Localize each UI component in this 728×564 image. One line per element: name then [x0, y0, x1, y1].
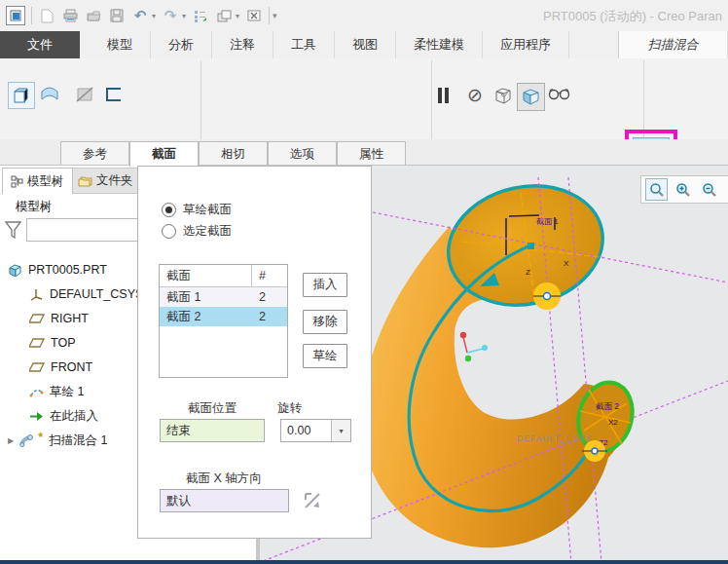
- table-row-section1[interactable]: 截面 1 2: [160, 287, 287, 307]
- tab-options[interactable]: 选项: [268, 141, 337, 165]
- radio-label: 选定截面: [183, 223, 232, 240]
- expander-icon[interactable]: ▶: [8, 436, 14, 445]
- radio-sketch-section[interactable]: 草绘截面: [162, 202, 232, 218]
- no-preview-icon[interactable]: ⊘: [467, 84, 483, 106]
- ribbon-tab-view[interactable]: 视图: [335, 31, 396, 58]
- new-file-icon[interactable]: [38, 7, 55, 24]
- tab-tangency[interactable]: 相切: [199, 141, 268, 165]
- pause-icon[interactable]: [438, 88, 449, 103]
- cell-section-name: 截面 1: [160, 287, 252, 307]
- trajectory-start-point: [528, 243, 534, 249]
- zoom-out-button[interactable]: [698, 178, 720, 201]
- cell-section-count: 2: [252, 307, 287, 326]
- tree-item-front-plane[interactable]: FRONT: [29, 357, 92, 378]
- creo-window: ↶ ▾ ↷ ▾ ▾ ▾ PRT0005 (活动的) - Creo Paran 文…: [0, 0, 728, 564]
- graphics-toolbar: [640, 175, 728, 204]
- model-tree-header: 模型树: [16, 199, 53, 215]
- col-header-section[interactable]: 截面: [160, 265, 252, 286]
- surface-option-button[interactable]: [37, 82, 62, 107]
- redo-caret-icon[interactable]: ▾: [182, 12, 186, 20]
- radio-selected-section[interactable]: 选定截面: [162, 223, 232, 240]
- table-row-section2-selected[interactable]: 截面 2 2: [160, 307, 287, 326]
- zoom-fit-button[interactable]: [645, 178, 668, 201]
- separator: [269, 7, 270, 24]
- col-header-count[interactable]: #: [252, 265, 287, 286]
- ribbon-tab-flexible-modeling[interactable]: 柔性建模: [396, 31, 483, 58]
- ribbon-tab-bar: 文件 模型 分析 注释 工具 视图 柔性建模 应用程序 扫描混合: [0, 31, 728, 58]
- verify-glasses-icon[interactable]: [548, 87, 571, 100]
- tree-item-insert-here[interactable]: 在此插入: [29, 405, 98, 427]
- solid-option-button[interactable]: [8, 82, 35, 109]
- ribbon-tab-tools[interactable]: 工具: [273, 31, 335, 58]
- rotation-value[interactable]: 0.00: [287, 421, 310, 441]
- redo-icon[interactable]: ↷: [162, 7, 179, 24]
- tab-references[interactable]: 参考: [60, 141, 129, 165]
- open-file-icon[interactable]: [85, 7, 102, 24]
- tree-item-label: 扫描混合 1: [49, 432, 107, 449]
- sections-table: 截面 # 截面 1 2 截面 2 2: [159, 264, 288, 378]
- window-caret-icon[interactable]: ▾: [236, 12, 239, 20]
- app-window-icon[interactable]: [6, 6, 25, 25]
- radio-on-icon: [162, 203, 176, 217]
- regenerate-icon[interactable]: [192, 7, 209, 24]
- window-manager-icon[interactable]: [215, 7, 233, 24]
- section-position-label: 截面位置: [188, 400, 237, 417]
- undo-icon[interactable]: ↶: [131, 7, 149, 24]
- remove-material-button-disabled: [72, 82, 97, 107]
- csys-label: DEFAULT_CSYS: [517, 433, 593, 443]
- tree-item-sketch1[interactable]: 草绘 1: [29, 381, 84, 402]
- table-header-row: 截面 #: [160, 265, 287, 287]
- repaint-button[interactable]: [724, 178, 728, 201]
- ribbon-tab-swept-blend-active[interactable]: 扫描混合: [618, 31, 728, 58]
- shaded-preview-icon-selected[interactable]: [517, 83, 545, 111]
- cell-section-count: 2: [252, 287, 287, 307]
- customize-qat-caret-icon[interactable]: ▾: [273, 11, 277, 20]
- tree-item-right-plane[interactable]: RIGHT: [29, 308, 89, 329]
- flip-direction-icon-disabled: [301, 489, 324, 515]
- tree-item-top-plane[interactable]: TOP: [29, 332, 75, 354]
- tree-item-csys[interactable]: DEFAULT_CSYS: [29, 283, 143, 305]
- section2-label: 截面 2: [596, 401, 619, 411]
- tab-folder-label: 文件夹: [96, 172, 133, 189]
- remove-button[interactable]: 移除: [303, 310, 347, 334]
- datum-plane-icon: [29, 361, 45, 373]
- x-axis-label: X: [564, 259, 569, 268]
- tab-properties[interactable]: 属性: [337, 141, 406, 165]
- ribbon-tab-analysis[interactable]: 分析: [151, 31, 212, 58]
- thicken-sketch-button[interactable]: [101, 82, 127, 107]
- section1-drag-handle[interactable]: [533, 282, 561, 310]
- datum-plane-icon: [29, 337, 45, 349]
- section-position-field[interactable]: 结束: [160, 419, 265, 442]
- tab-model-tree[interactable]: 模型树: [2, 168, 73, 194]
- tree-item-part[interactable]: PRT0005.PRT: [8, 259, 107, 281]
- x2-axis-label: X2: [608, 418, 618, 427]
- tree-item-label: 在此插入: [50, 408, 98, 425]
- sketch-button[interactable]: 草绘: [303, 344, 347, 368]
- sketch-icon: [29, 386, 44, 398]
- orientation-triad: [460, 332, 488, 361]
- tree-item-swept-blend[interactable]: ▶ * 扫描混合 1: [8, 430, 107, 451]
- tree-item-label: PRT0005.PRT: [28, 263, 107, 277]
- insert-button[interactable]: 插入: [303, 273, 347, 297]
- feature-tab-strip: 参考 截面 相切 选项 属性: [0, 139, 728, 166]
- wireframe-preview-icon[interactable]: [492, 86, 514, 105]
- combo-caret-icon[interactable]: ▾: [331, 420, 350, 441]
- zoom-in-button[interactable]: [672, 178, 694, 201]
- rotation-label: 旋转: [277, 400, 302, 417]
- x-axis-direction-field[interactable]: 默认: [160, 489, 289, 512]
- tree-item-label: RIGHT: [51, 312, 89, 325]
- close-window-icon[interactable]: [245, 7, 263, 24]
- tree-filter-input[interactable]: [26, 218, 141, 242]
- ribbon-tab-model[interactable]: 模型: [90, 31, 151, 58]
- ribbon-tab-applications[interactable]: 应用程序: [483, 31, 569, 58]
- rotation-combo[interactable]: 0.00 ▾: [280, 419, 351, 442]
- filter-icon[interactable]: [5, 220, 21, 240]
- ribbon-tab-file[interactable]: 文件: [0, 31, 80, 58]
- radio-off-icon: [162, 224, 176, 239]
- ribbon-tab-annotate[interactable]: 注释: [212, 31, 273, 58]
- print-icon[interactable]: [61, 7, 79, 24]
- tab-sections-active[interactable]: 截面: [129, 141, 199, 167]
- z-axis-label: Z: [526, 268, 530, 277]
- save-icon[interactable]: [108, 7, 126, 24]
- undo-caret-icon[interactable]: ▾: [152, 12, 156, 20]
